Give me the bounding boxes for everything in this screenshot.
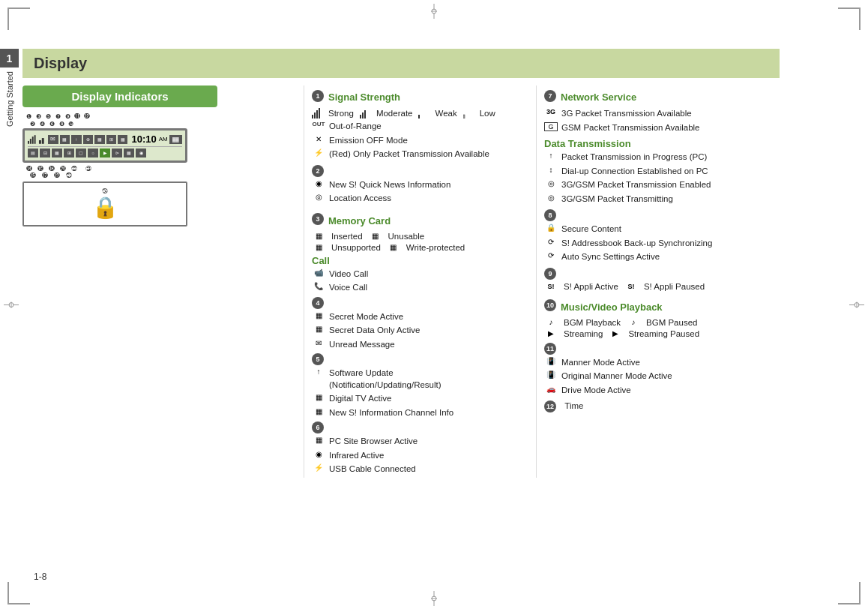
auto-sync: ⟳ Auto Sync Settings Active	[544, 251, 757, 263]
appli-paused-text: S! Appli Paused	[644, 282, 705, 291]
num-21: ㉑	[66, 172, 72, 179]
music-section: 10 Music/Video Playback ♪ BGM Playback ♪…	[544, 296, 757, 338]
lock-icon: 🔒	[92, 195, 118, 220]
svg-rect-22	[312, 115, 313, 118]
svg-rect-25	[319, 108, 320, 118]
crosshair-bottom	[427, 591, 441, 608]
num-8: ❽	[59, 121, 64, 128]
news-info: ▦ New S! Information Channel Info	[312, 407, 536, 419]
circle-12: 12	[544, 400, 556, 412]
section-11: 11 📳 Manner Mode Active 📳 Original Manne…	[544, 343, 757, 397]
unsupported-text: Unsupported	[331, 243, 381, 252]
signal-section: 1 Signal Strength Strong Moderate Weak L…	[312, 86, 536, 160]
screen-bottom-row: ▤ ⊟ ▦ ⊞ ▢ ☼ ▶ ⊳ ▦ ◉	[28, 148, 182, 158]
emission-icon: ✕	[312, 135, 325, 143]
num-16: ⓰	[37, 166, 43, 172]
section-6: 6 ▦ PC Site Browser Active ◉ Infrared Ac…	[312, 422, 536, 476]
bgm-icon: ♪	[544, 318, 558, 326]
icon-sb10: ◉	[136, 148, 146, 158]
inserted-icon: ▦	[312, 232, 325, 240]
strong-icon	[312, 108, 322, 118]
gsm-icon: G	[544, 122, 558, 131]
location-icon: ◎	[312, 193, 325, 201]
appli-pause-icon: S!	[624, 283, 638, 290]
num-22: ㉒	[71, 166, 77, 172]
time-label: Time	[564, 401, 583, 410]
strong-text: Strong	[328, 109, 354, 118]
streaming-items: ▶ Streaming ▶ Streaming Paused	[544, 329, 757, 338]
num-6: ❻	[49, 121, 55, 128]
packet-progress: ↑ Packet Transmission in Progress (PC)	[544, 152, 757, 164]
svg-rect-26	[360, 115, 361, 118]
icon-box1: ▦	[60, 135, 70, 144]
out-icon: OUT	[312, 121, 325, 128]
usb-icon: ⚡	[312, 464, 325, 472]
svg-rect-17	[30, 139, 31, 144]
data-section: Data Transmission ↑ Packet Transmission …	[544, 138, 757, 205]
num-12: ⓬	[84, 113, 90, 120]
drive-mode: 🚗 Drive Mode Active	[544, 385, 757, 397]
section-12: 12 Time	[544, 400, 757, 412]
num-14: ⓮	[26, 166, 32, 172]
time-display: 10:10	[131, 134, 156, 145]
secret-mode: ▦ Secret Mode Active	[312, 311, 536, 323]
software-update: ↑ Software Update(Notification/Updating/…	[312, 368, 536, 391]
3g-enabled: ◎ 3G/GSM Packet Transmission Enabled	[544, 179, 757, 191]
num-23: ㉓	[85, 166, 91, 172]
red-icon: ⚡	[312, 148, 325, 157]
unsupported-icon: ▦	[312, 243, 325, 251]
icon-box5: ⊞	[106, 135, 116, 144]
moderate-text: Moderate	[376, 109, 413, 118]
network-section: 7 Network Service 3G 3G Packet Transmiss…	[544, 86, 757, 134]
news-icon: ◉	[312, 179, 325, 188]
num-3: ❸	[36, 113, 41, 120]
crosshair-top	[427, 4, 441, 21]
infrared: ◉ Infrared Active	[312, 450, 536, 462]
location-item: ◎ Location Access	[312, 193, 536, 205]
svg-rect-21	[41, 138, 43, 144]
section-8: 8 🔒 Secure Content ⟳ S! Addressbook Back…	[544, 209, 757, 263]
svg-rect-23	[314, 112, 316, 118]
num-18: ⓲	[49, 166, 55, 172]
gsm-packet: G GSM Packet Transmission Available	[544, 122, 757, 134]
video-icon: 📹	[312, 268, 325, 277]
weak-text: Weak	[435, 109, 456, 118]
call-section: Call 📹 Video Call 📞 Voice Call	[312, 255, 536, 294]
streaming-text: Streaming	[564, 329, 603, 338]
circle-8: 8	[544, 209, 556, 221]
num-9: ❾	[65, 113, 70, 120]
display-header: Display	[22, 49, 780, 78]
red-packet: ⚡ (Red) Only Packet Transmission Availab…	[312, 148, 536, 160]
svg-rect-30	[463, 115, 465, 118]
svg-rect-20	[39, 140, 41, 143]
bgm-text: BGM Playback	[564, 318, 621, 327]
memory-section: 3 Memory Card ▦ Inserted ▦ Unusable ▦ Un…	[312, 209, 536, 252]
circle-2: 2	[312, 165, 324, 177]
screen-top-row: ✉ ▦ ↑ ⊕ ▦ ⊞ ▦ 10:10 AM ▓▓	[28, 134, 182, 147]
num-11: ⓫	[74, 113, 80, 120]
dialup: ↕ Dial-up Connection Established on PC	[544, 166, 757, 178]
num-24-label: ㉔	[102, 188, 108, 195]
pc-browser: ▦ PC Site Browser Active	[312, 436, 536, 448]
3ge-icon: ◎	[544, 179, 558, 188]
icon-box3: ⊕	[83, 135, 93, 144]
pp-icon: ↑	[544, 152, 558, 160]
svg-rect-16	[28, 140, 29, 143]
moderate-icon	[360, 108, 370, 118]
voice-icon: 📞	[312, 282, 325, 290]
am-indicator: AM	[159, 136, 168, 142]
streaming-icon: ▶	[544, 329, 558, 338]
low-icon	[463, 108, 474, 118]
svg-rect-24	[316, 110, 318, 118]
write-icon: ▦	[387, 243, 400, 251]
sw-icon: ↑	[312, 368, 325, 376]
circle-10: 10	[544, 299, 556, 311]
main-content: Display Display Indicators ❶ ❸ ❺ ❼ ❾ ⓫ ⓬…	[22, 49, 855, 478]
video-call: 📹 Video Call	[312, 268, 536, 280]
streaming-paused-text: Streaming Paused	[628, 329, 699, 338]
icon-sb5: ▢	[76, 148, 86, 158]
write-text: Write-protected	[406, 243, 465, 252]
corner-mark-tl	[7, 8, 30, 30]
lock-area: ㉔ 🔒	[22, 182, 187, 226]
lock-icon-sm: 🔒	[544, 224, 558, 232]
